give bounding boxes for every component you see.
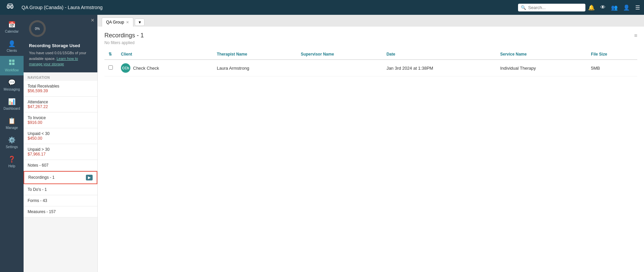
clients-icon: 👤 [8,40,15,47]
sidebar-item-label: Messaging [4,88,20,91]
sidebar-item-label: Dashboard [4,107,20,110]
sidebar-item-label: Help [8,164,15,168]
top-nav-actions: 🔔 👁 👥 👤 ☰ [588,4,640,11]
content-area: Recordings - 1 ≡ No filters applied ⇅ Cl… [98,27,644,272]
notifications-icon[interactable]: 🔔 [588,4,595,11]
tab-close-icon[interactable]: ✕ [126,20,129,25]
table-row: CCh Check Check Laura Armstrong Jan 3rd … [104,60,637,76]
filter-icon[interactable]: ≡ [634,33,637,39]
sidebar-item-calendar[interactable]: 📅 Calendar [0,18,24,37]
page-title: Recordings - 1 [104,32,144,39]
help-icon: ❓ [8,156,15,163]
sidebar-item-label: Manage [6,126,18,130]
svg-point-5 [8,6,9,7]
th-therapist[interactable]: Therapist Name [213,49,297,60]
search-icon: 🔍 [521,5,526,10]
nav-item-recordings[interactable]: Recordings - 1 ▶ [24,171,97,184]
svg-rect-9 [9,63,11,65]
nav-item-unpaid-30[interactable]: Unpaid < 30 $450.00 [24,128,97,144]
sidebar-item-workflow[interactable]: Workflow [0,56,24,75]
nav-item-to-invoice[interactable]: To Invoice $916.00 [24,112,97,128]
svg-point-6 [11,6,12,7]
sidebar-item-manage[interactable]: 📋 Manage [0,114,24,133]
row-supervisor [297,60,383,76]
main-content: QA Group ✕ ▼ Recordings - 1 ≡ No filters… [98,15,644,272]
nav-item-attendance[interactable]: Attendance $47,267.22 [24,97,97,112]
manage-icon: 📋 [8,117,15,125]
nav-item-todos[interactable]: To Do's - 1 [24,184,97,195]
th-date[interactable]: Date [382,49,496,60]
nav-item-measures[interactable]: Measures - 157 [24,206,97,217]
client-avatar: CCh [121,63,130,73]
storage-progress-circle: 0% [29,20,46,37]
menu-icon[interactable]: ☰ [635,4,640,11]
th-service[interactable]: Service Name [496,49,587,60]
search-input[interactable] [528,5,582,10]
nav-item-total-receivables[interactable]: Total Receivables $56,599.39 [24,81,97,97]
add-user-icon[interactable]: 👤 [623,4,630,11]
sidebar-item-label: Settings [6,145,18,149]
row-service: Individual Therapy [496,60,587,76]
sidebar-item-label: Workflow [5,68,19,72]
app-title: QA Group (Canada) - Laura Armstrong [22,5,515,10]
row-therapist: Laura Armstrong [213,60,297,76]
th-select: ⇅ [104,49,117,60]
svg-rect-10 [12,63,14,65]
client-name: Check Check [133,66,159,71]
storage-description: You have used 0.01/15GBs of your availab… [29,50,92,67]
sidebar-item-label: Clients [7,49,17,53]
tab-label: QA Group [106,20,124,25]
left-sidebar: 📅 Calendar 👤 Clients Workflow 💬 Messagin… [0,15,24,272]
calendar-icon: 📅 [8,21,15,28]
row-client: CCh Check Check [117,60,213,76]
sidebar-item-dashboard[interactable]: 📊 Dashboard [0,95,24,114]
storage-percent: 0% [31,22,44,35]
row-date: Jan 3rd 2024 at 1:38PM [382,60,496,76]
sidebar-item-settings[interactable]: ⚙️ Settings [0,133,24,152]
nav-item-recordings-row: Recordings - 1 ▶ [28,175,93,180]
nav-item-forms[interactable]: Forms - 43 [24,195,97,206]
nav-item-unpaid-30-plus[interactable]: Unpaid > 30 $7,966.17 [24,144,97,160]
sidebar-item-messaging[interactable]: 💬 Messaging [0,75,24,95]
filters-label: No filters applied [104,40,637,45]
storage-title: Recording Storage Used [29,43,92,48]
dashboard-icon: 📊 [8,98,15,105]
main-layout: 📅 Calendar 👤 Clients Workflow 💬 Messagin… [0,15,644,272]
sort-icon: ⇅ [108,52,112,57]
storage-card-close[interactable]: ✕ [91,18,95,23]
settings-icon: ⚙️ [8,136,15,144]
sidebar-item-clients[interactable]: 👤 Clients [0,37,24,56]
svg-point-0 [4,1,16,13]
recordings-table: ⇅ Client Therapist Name [104,49,637,76]
search-box[interactable]: 🔍 [518,4,585,11]
tab-bar: QA Group ✕ ▼ [98,15,644,27]
app-logo[interactable] [4,1,16,13]
svg-rect-8 [12,60,14,62]
view-icon[interactable]: 👁 [600,4,606,10]
nav-item-notes[interactable]: Notes - 607 [24,160,97,171]
workflow-icon [9,59,15,67]
row-checkbox[interactable] [108,65,113,70]
top-nav: QA Group (Canada) - Laura Armstrong 🔍 🔔 … [0,0,644,15]
tab-dropdown[interactable]: ▼ [135,19,144,26]
th-supervisor[interactable]: Supervisor Name [297,49,383,60]
content-header: Recordings - 1 ≡ [104,32,637,39]
storage-card: ✕ 0% Recording Storage Used You have use… [24,15,97,72]
team-icon[interactable]: 👥 [611,4,618,11]
svg-rect-7 [9,60,11,62]
th-client[interactable]: Client [117,49,213,60]
th-filesize[interactable]: File Size [587,49,637,60]
row-filesize: 5MB [587,60,637,76]
tab-qa-group[interactable]: QA Group ✕ [102,18,133,27]
messaging-icon: 💬 [8,79,15,86]
row-checkbox-cell [104,60,117,76]
nav-panel: ✕ 0% Recording Storage Used You have use… [24,15,98,272]
sidebar-item-help[interactable]: ❓ Help [0,152,24,171]
sidebar-item-label: Calendar [5,30,19,33]
nav-section-label: NAVIGATION [24,72,97,81]
recordings-badge: ▶ [86,175,93,180]
